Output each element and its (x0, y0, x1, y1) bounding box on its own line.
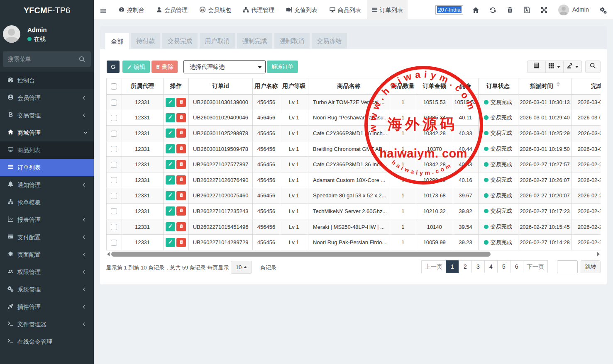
svg-text:A: A (525, 8, 528, 12)
